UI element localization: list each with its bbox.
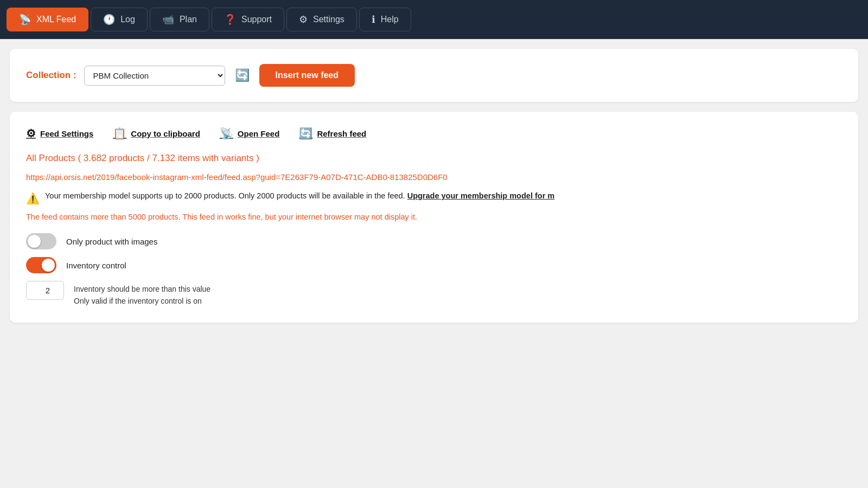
inventory-toggle-row: Inventory control	[26, 257, 842, 273]
images-toggle-row: Only product with images	[26, 233, 842, 249]
nav-xml-feed-label: XML Feed	[36, 15, 76, 24]
nav-support[interactable]: ❓ Support	[212, 8, 284, 31]
settings-icon: ⚙	[299, 14, 308, 25]
support-icon: ❓	[224, 14, 236, 25]
copy-clipboard-button[interactable]: 📋 Copy to clipboard	[113, 127, 200, 140]
refresh-collection-button[interactable]: 🔄	[233, 66, 252, 85]
refresh-icon: 🔄	[299, 127, 312, 140]
images-toggle[interactable]	[26, 233, 56, 249]
warning-text: Your membership model supports up to 200…	[45, 191, 554, 200]
refresh-feed-button[interactable]: 🔄 Refresh feed	[299, 127, 366, 140]
nav-support-label: Support	[241, 15, 272, 24]
collection-row: Collection : PBM Collection All Products…	[26, 64, 842, 87]
nav-xml-feed[interactable]: 📡 XML Feed	[7, 8, 88, 31]
inventory-number-row: Inventory should be more than this value…	[26, 281, 842, 307]
inventory-toggle[interactable]	[26, 257, 56, 273]
feed-card: ⚙ Feed Settings 📋 Copy to clipboard 📡 Op…	[10, 112, 858, 323]
feed-notice: The feed contains more than 5000 product…	[26, 213, 842, 221]
nav-log[interactable]: 🕐 Log	[91, 8, 148, 31]
feed-toolbar: ⚙ Feed Settings 📋 Copy to clipboard 📡 Op…	[26, 127, 842, 140]
plan-icon: 📹	[162, 14, 174, 25]
feed-settings-button[interactable]: ⚙ Feed Settings	[26, 127, 93, 140]
images-toggle-label: Only product with images	[66, 237, 157, 246]
gear-icon: ⚙	[26, 127, 36, 140]
nav-log-label: Log	[120, 15, 135, 24]
clipboard-icon: 📋	[113, 127, 126, 140]
nav-plan[interactable]: 📹 Plan	[150, 8, 209, 31]
nav-settings-label: Settings	[313, 15, 344, 24]
inventory-value-input[interactable]	[26, 281, 64, 300]
nav-settings[interactable]: ⚙ Settings	[286, 8, 357, 31]
feed-url[interactable]: https://api.orsis.net/2019/facebook-inst…	[26, 172, 842, 182]
inventory-toggle-thumb	[42, 259, 55, 272]
feed-icon: 📡	[220, 127, 233, 140]
nav-help-label: Help	[381, 15, 399, 24]
history-icon: 🕐	[103, 14, 115, 25]
upgrade-link[interactable]: Upgrade your membership model for m	[407, 191, 555, 200]
images-toggle-thumb	[28, 235, 41, 248]
products-info: All Products ( 3.682 products / 7.132 it…	[26, 153, 842, 164]
warning-row: ⚠️ Your membership model supports up to …	[26, 191, 842, 205]
collection-label: Collection :	[26, 70, 76, 81]
collection-card: Collection : PBM Collection All Products…	[10, 49, 858, 102]
rss-icon: 📡	[19, 14, 31, 25]
inventory-toggle-label: Inventory control	[66, 261, 126, 270]
info-icon: ℹ	[372, 14, 375, 25]
warning-icon: ⚠️	[26, 192, 40, 205]
nav-bar: 📡 XML Feed 🕐 Log 📹 Plan ❓ Support ⚙ Sett…	[0, 0, 868, 39]
inventory-toggle-track	[26, 257, 56, 273]
open-feed-button[interactable]: 📡 Open Feed	[220, 127, 280, 140]
images-toggle-track	[26, 233, 56, 249]
inventory-desc: Inventory should be more than this value…	[74, 281, 210, 307]
nav-plan-label: Plan	[180, 15, 197, 24]
nav-help[interactable]: ℹ Help	[359, 8, 411, 31]
insert-new-feed-button[interactable]: Insert new feed	[259, 64, 355, 87]
collection-select[interactable]: PBM Collection All Products Featured	[84, 66, 225, 86]
